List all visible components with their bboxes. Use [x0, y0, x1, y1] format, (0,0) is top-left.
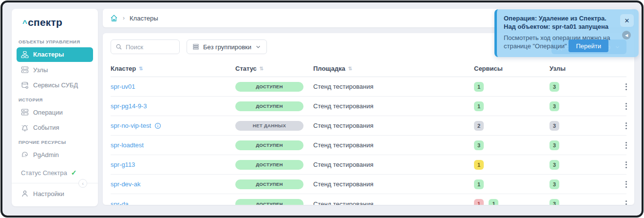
services-count-badge: 2: [474, 121, 484, 131]
close-icon[interactable]: ✕: [620, 14, 634, 27]
sidebar: ^ спектр ОБЪЕКТЫ УПРАВЛЕНИЯ Кластеры Узл…: [12, 9, 98, 206]
bell-icon: [21, 124, 29, 132]
cluster-name-link[interactable]: spr-loadtest: [111, 141, 235, 149]
home-icon[interactable]: [110, 14, 118, 22]
spektr-status-label: Статус Спектра: [21, 169, 67, 177]
sort-icon[interactable]: ⇅: [139, 66, 143, 71]
column-header-cluster[interactable]: Кластер ⇅: [111, 65, 235, 72]
site-cell: Стенд тестирования: [313, 161, 474, 168]
sidebar-item-pgadmin[interactable]: PgAdmin: [17, 148, 93, 162]
cluster-name-link[interactable]: spr-da: [111, 200, 235, 205]
site-cell: Стенд тестирования: [313, 200, 474, 205]
sidebar-item-label: События: [33, 124, 59, 131]
cluster-name-link[interactable]: spr-no-vip-test: [111, 122, 235, 129]
sidebar-item-clusters[interactable]: Кластеры: [17, 47, 93, 62]
info-icon[interactable]: [154, 122, 161, 129]
sidebar-item-label: Кластеры: [33, 51, 64, 58]
site-cell: Стенд тестирования: [313, 141, 474, 149]
table-row: spr-da ДОСТУПЕН Стенд тестирования 1 1 3: [111, 194, 626, 205]
spektr-status[interactable]: Статус Спектра ✓: [17, 166, 93, 179]
table-row: spr-uv01 ДОСТУПЕН Стенд тестирования 1 3: [111, 77, 626, 97]
site-cell: Стенд тестирования: [313, 102, 474, 110]
chevron-down-icon: [255, 44, 261, 50]
check-icon: ✓: [71, 169, 77, 177]
search-icon: [115, 43, 122, 50]
row-menu-kebab-icon[interactable]: [623, 120, 630, 131]
main-content: Без группировки Добавить кластер: [103, 33, 634, 205]
nodes-count-badge: 3: [549, 101, 559, 111]
column-header-nodes: Узлы: [549, 65, 623, 72]
nodes-count-badge: 3: [549, 199, 559, 205]
sidebar-item-events[interactable]: События: [17, 120, 93, 135]
app-window: ^ спектр ОБЪЕКТЫ УПРАВЛЕНИЯ Кластеры Узл…: [0, 0, 644, 218]
table-row: spr-loadtest ДОСТУПЕН Стенд тестирования…: [111, 136, 626, 155]
clusters-table: Кластер ⇅ Статус ⇅ Площадка ⇅ Сервисы Уз…: [111, 60, 626, 205]
services-count-badge: 1: [474, 179, 484, 189]
status-badge: ДОСТУПЕН: [235, 160, 303, 170]
grouping-label: Без группировки: [203, 43, 251, 51]
row-menu-kebab-icon[interactable]: [623, 140, 630, 151]
notification-toast: Операция: Удаление из Спектра. Над объек…: [494, 9, 639, 57]
cluster-name-link[interactable]: spr-g113: [111, 161, 235, 168]
row-menu-kebab-icon[interactable]: [623, 81, 630, 92]
services-count-badge: 1: [474, 82, 484, 92]
sidebar-item-operations[interactable]: Операции: [17, 105, 93, 120]
elephant-icon: [21, 151, 29, 159]
table-row: spr-g113 ДОСТУПЕН Стенд тестирования 1 3: [111, 155, 626, 175]
toast-go-button[interactable]: Перейти: [568, 40, 608, 52]
row-menu-kebab-icon[interactable]: [623, 101, 630, 112]
status-badge: ДОСТУПЕН: [235, 179, 303, 189]
sidebar-item-settings[interactable]: Настройки: [17, 186, 93, 201]
nodes-count-badge: 3: [549, 121, 559, 131]
nodes-count-badge: 3: [549, 140, 559, 150]
section-label-history: ИСТОРИЯ: [12, 93, 98, 105]
sidebar-item-label: Операции: [33, 109, 63, 116]
logo-caret-icon: ^: [22, 19, 27, 28]
section-label-objects: ОБЪЕКТЫ УПРАВЛЕНИЯ: [12, 35, 98, 47]
sidebar-item-nodes[interactable]: Узлы: [17, 63, 93, 78]
services-count-badge: 3: [474, 140, 484, 150]
row-menu-kebab-icon[interactable]: [623, 159, 630, 170]
status-badge: ДОСТУПЕН: [235, 140, 303, 150]
sort-icon[interactable]: ⇅: [348, 66, 352, 71]
column-header-services: Сервисы: [474, 65, 549, 72]
site-cell: Стенд тестирования: [313, 83, 474, 90]
table-row: spr-dev-ak ДОСТУПЕН Стенд тестирования 1…: [111, 175, 626, 194]
table-header-row: Кластер ⇅ Статус ⇅ Площадка ⇅ Сервисы Уз…: [111, 60, 626, 77]
nodes-count-badge: 3: [549, 160, 559, 170]
breadcrumb-current[interactable]: Кластеры: [130, 15, 158, 22]
cluster-icon: [21, 51, 29, 59]
database-icon: [21, 81, 29, 89]
search-input[interactable]: [126, 43, 175, 51]
services-count-badge: 1: [489, 199, 498, 205]
toast-stack-arrow-icon[interactable]: ◀: [622, 31, 631, 40]
sidebar-item-label: Узлы: [33, 66, 48, 74]
column-header-site[interactable]: Площадка ⇅: [313, 65, 474, 72]
services-count-badge: 1: [474, 199, 484, 205]
app-logo: ^ спектр: [12, 17, 98, 35]
column-header-status[interactable]: Статус ⇅: [235, 65, 313, 72]
site-cell: Стенд тестирования: [313, 180, 474, 188]
sidebar-collapse-icon[interactable]: ‹: [78, 179, 87, 188]
sidebar-item-label: Настройки: [33, 190, 64, 198]
status-badge: ДОСТУПЕН: [235, 199, 303, 205]
row-menu-kebab-icon[interactable]: [623, 198, 630, 205]
grouping-icon: [192, 43, 199, 50]
search-box[interactable]: [111, 40, 180, 54]
section-label-resources: ПРОЧИЕ РЕСУРСЫ: [12, 136, 98, 147]
person-icon: [21, 190, 29, 198]
cluster-name-link[interactable]: spr-dev-ak: [111, 180, 235, 188]
cluster-name-link[interactable]: spr-pg14-9-3: [111, 102, 235, 110]
sort-icon[interactable]: ⇅: [260, 66, 264, 71]
site-cell: Стенд тестирования: [313, 122, 474, 129]
row-menu-kebab-icon[interactable]: [623, 179, 630, 190]
logo-text: спектр: [28, 17, 62, 28]
grouping-dropdown[interactable]: Без группировки: [187, 40, 267, 54]
services-count-badge: 1: [474, 101, 484, 111]
cluster-name-link[interactable]: spr-uv01: [111, 83, 235, 90]
table-row: spr-no-vip-test НЕТ ДАННЫХ Стенд тестиро…: [111, 116, 626, 136]
sidebar-divider: ‹: [12, 183, 98, 183]
sidebar-item-db-services[interactable]: Сервисы СУБД: [17, 78, 93, 93]
sidebar-item-label: PgAdmin: [33, 151, 59, 159]
nodes-count-badge: 3: [549, 179, 559, 189]
